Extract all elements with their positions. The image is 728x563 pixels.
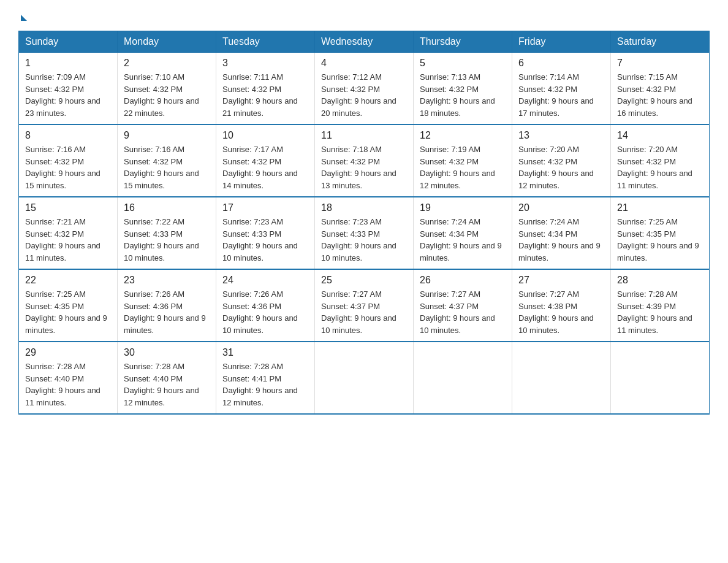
day-number: 5 (420, 58, 506, 69)
day-number: 22 (25, 275, 111, 286)
day-info: Sunrise: 7:20 AMSunset: 4:32 PMDaylight:… (617, 144, 703, 191)
logo (18, 12, 27, 21)
day-info: Sunrise: 7:12 AMSunset: 4:32 PMDaylight:… (321, 71, 407, 119)
table-row: 2Sunrise: 7:10 AMSunset: 4:32 PMDaylight… (118, 53, 216, 125)
day-info: Sunrise: 7:23 AMSunset: 4:33 PMDaylight:… (321, 216, 407, 264)
day-info: Sunrise: 7:17 AMSunset: 4:32 PMDaylight:… (222, 144, 308, 191)
day-info: Sunrise: 7:24 AMSunset: 4:34 PMDaylight:… (518, 216, 604, 264)
day-info: Sunrise: 7:10 AMSunset: 4:32 PMDaylight:… (124, 71, 210, 119)
table-row: 23Sunrise: 7:26 AMSunset: 4:36 PMDayligh… (118, 269, 216, 342)
table-row: 22Sunrise: 7:25 AMSunset: 4:35 PMDayligh… (19, 269, 118, 342)
table-row: 24Sunrise: 7:26 AMSunset: 4:36 PMDayligh… (216, 269, 315, 342)
day-number: 9 (124, 130, 210, 141)
header-saturday: Saturday (611, 31, 710, 53)
table-row: 12Sunrise: 7:19 AMSunset: 4:32 PMDayligh… (414, 124, 512, 197)
header-thursday: Thursday (414, 31, 512, 53)
table-row: 5Sunrise: 7:13 AMSunset: 4:32 PMDaylight… (414, 53, 512, 125)
day-info: Sunrise: 7:14 AMSunset: 4:32 PMDaylight:… (518, 71, 604, 119)
day-number: 20 (518, 202, 604, 213)
day-number: 8 (25, 130, 111, 141)
day-info: Sunrise: 7:24 AMSunset: 4:34 PMDaylight:… (420, 216, 506, 264)
day-info: Sunrise: 7:27 AMSunset: 4:37 PMDaylight:… (321, 288, 407, 336)
table-row: 15Sunrise: 7:21 AMSunset: 4:32 PMDayligh… (19, 197, 118, 269)
day-number: 31 (222, 347, 308, 358)
day-number: 14 (617, 130, 703, 141)
day-info: Sunrise: 7:28 AMSunset: 4:40 PMDaylight:… (124, 361, 210, 408)
day-number: 26 (420, 275, 506, 286)
table-row: 31Sunrise: 7:28 AMSunset: 4:41 PMDayligh… (216, 342, 315, 414)
day-number: 7 (617, 58, 703, 69)
day-info: Sunrise: 7:27 AMSunset: 4:37 PMDaylight:… (420, 288, 506, 336)
day-number: 28 (617, 275, 703, 286)
calendar-week-row: 22Sunrise: 7:25 AMSunset: 4:35 PMDayligh… (19, 269, 710, 342)
header-friday: Friday (512, 31, 611, 53)
day-info: Sunrise: 7:23 AMSunset: 4:33 PMDaylight:… (222, 216, 308, 264)
header-tuesday: Tuesday (216, 31, 315, 53)
table-row: 9Sunrise: 7:16 AMSunset: 4:32 PMDaylight… (118, 124, 216, 197)
header-sunday: Sunday (19, 31, 118, 53)
page-header (18, 12, 710, 21)
table-row (512, 342, 611, 414)
day-info: Sunrise: 7:19 AMSunset: 4:32 PMDaylight:… (420, 144, 506, 191)
table-row: 8Sunrise: 7:16 AMSunset: 4:32 PMDaylight… (19, 124, 118, 197)
day-info: Sunrise: 7:09 AMSunset: 4:32 PMDaylight:… (25, 71, 111, 119)
table-row: 16Sunrise: 7:22 AMSunset: 4:33 PMDayligh… (118, 197, 216, 269)
day-info: Sunrise: 7:26 AMSunset: 4:36 PMDaylight:… (222, 288, 308, 336)
table-row: 27Sunrise: 7:27 AMSunset: 4:38 PMDayligh… (512, 269, 611, 342)
table-row: 28Sunrise: 7:28 AMSunset: 4:39 PMDayligh… (611, 269, 710, 342)
day-info: Sunrise: 7:15 AMSunset: 4:32 PMDaylight:… (617, 71, 703, 119)
calendar-week-row: 29Sunrise: 7:28 AMSunset: 4:40 PMDayligh… (19, 342, 710, 414)
day-number: 17 (222, 202, 308, 213)
day-number: 3 (222, 58, 308, 69)
calendar-week-row: 1Sunrise: 7:09 AMSunset: 4:32 PMDaylight… (19, 53, 710, 125)
calendar-table: Sunday Monday Tuesday Wednesday Thursday… (18, 31, 710, 415)
day-number: 15 (25, 202, 111, 213)
table-row: 20Sunrise: 7:24 AMSunset: 4:34 PMDayligh… (512, 197, 611, 269)
day-info: Sunrise: 7:28 AMSunset: 4:39 PMDaylight:… (617, 288, 703, 336)
day-number: 12 (420, 130, 506, 141)
day-info: Sunrise: 7:16 AMSunset: 4:32 PMDaylight:… (124, 144, 210, 191)
day-number: 30 (124, 347, 210, 358)
table-row: 25Sunrise: 7:27 AMSunset: 4:37 PMDayligh… (315, 269, 414, 342)
header-monday: Monday (118, 31, 216, 53)
table-row: 17Sunrise: 7:23 AMSunset: 4:33 PMDayligh… (216, 197, 315, 269)
day-info: Sunrise: 7:28 AMSunset: 4:40 PMDaylight:… (25, 361, 111, 408)
day-number: 11 (321, 130, 407, 141)
table-row (315, 342, 414, 414)
day-info: Sunrise: 7:18 AMSunset: 4:32 PMDaylight:… (321, 144, 407, 191)
table-row: 14Sunrise: 7:20 AMSunset: 4:32 PMDayligh… (611, 124, 710, 197)
calendar-week-row: 15Sunrise: 7:21 AMSunset: 4:32 PMDayligh… (19, 197, 710, 269)
day-info: Sunrise: 7:27 AMSunset: 4:38 PMDaylight:… (518, 288, 604, 336)
day-number: 18 (321, 202, 407, 213)
day-number: 1 (25, 58, 111, 69)
day-number: 19 (420, 202, 506, 213)
table-row: 19Sunrise: 7:24 AMSunset: 4:34 PMDayligh… (414, 197, 512, 269)
day-info: Sunrise: 7:28 AMSunset: 4:41 PMDaylight:… (222, 361, 308, 408)
day-info: Sunrise: 7:25 AMSunset: 4:35 PMDaylight:… (617, 216, 703, 264)
logo-arrow-icon (21, 15, 27, 21)
day-info: Sunrise: 7:21 AMSunset: 4:32 PMDaylight:… (25, 216, 111, 264)
day-info: Sunrise: 7:16 AMSunset: 4:32 PMDaylight:… (25, 144, 111, 191)
day-number: 29 (25, 347, 111, 358)
day-number: 10 (222, 130, 308, 141)
day-number: 4 (321, 58, 407, 69)
day-number: 6 (518, 58, 604, 69)
table-row: 3Sunrise: 7:11 AMSunset: 4:32 PMDaylight… (216, 53, 315, 125)
day-info: Sunrise: 7:26 AMSunset: 4:36 PMDaylight:… (124, 288, 210, 336)
weekday-header-row: Sunday Monday Tuesday Wednesday Thursday… (19, 31, 710, 53)
table-row: 18Sunrise: 7:23 AMSunset: 4:33 PMDayligh… (315, 197, 414, 269)
table-row: 29Sunrise: 7:28 AMSunset: 4:40 PMDayligh… (19, 342, 118, 414)
calendar-week-row: 8Sunrise: 7:16 AMSunset: 4:32 PMDaylight… (19, 124, 710, 197)
table-row: 6Sunrise: 7:14 AMSunset: 4:32 PMDaylight… (512, 53, 611, 125)
table-row: 10Sunrise: 7:17 AMSunset: 4:32 PMDayligh… (216, 124, 315, 197)
day-number: 16 (124, 202, 210, 213)
table-row: 21Sunrise: 7:25 AMSunset: 4:35 PMDayligh… (611, 197, 710, 269)
day-number: 23 (124, 275, 210, 286)
table-row: 30Sunrise: 7:28 AMSunset: 4:40 PMDayligh… (118, 342, 216, 414)
day-number: 21 (617, 202, 703, 213)
day-number: 24 (222, 275, 308, 286)
day-info: Sunrise: 7:20 AMSunset: 4:32 PMDaylight:… (518, 144, 604, 191)
day-number: 25 (321, 275, 407, 286)
header-wednesday: Wednesday (315, 31, 414, 53)
day-info: Sunrise: 7:13 AMSunset: 4:32 PMDaylight:… (420, 71, 506, 119)
